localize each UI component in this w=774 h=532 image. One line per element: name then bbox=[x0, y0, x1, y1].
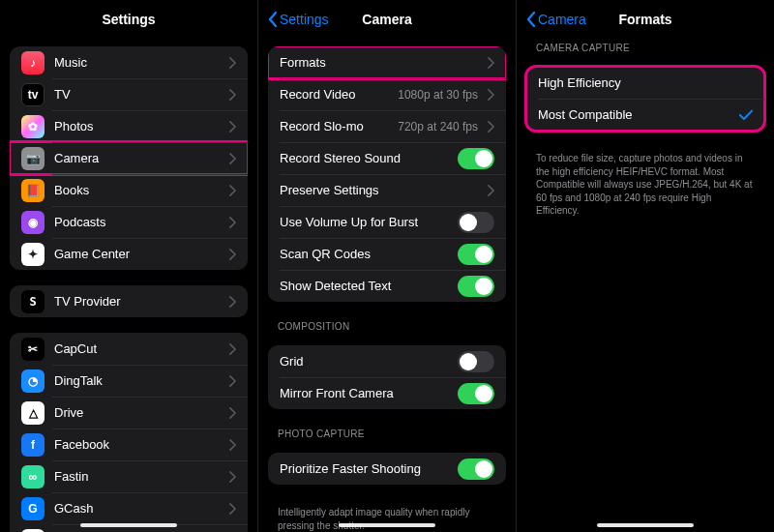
tv-icon: tv bbox=[21, 83, 45, 106]
row-label: Podcasts bbox=[54, 215, 220, 229]
toggle-grid[interactable] bbox=[458, 351, 494, 372]
row-label: Drive bbox=[54, 405, 220, 420]
row-label: Scan QR Codes bbox=[280, 247, 448, 261]
toggle-prioritize-faster-shooting[interactable] bbox=[458, 458, 494, 480]
toggle-use-volume-up-for-burst[interactable] bbox=[458, 212, 494, 233]
row-label: Facebook bbox=[54, 437, 220, 452]
settings-row-music[interactable]: ♪Music bbox=[10, 46, 248, 78]
camera-pane: Settings Camera FormatsRecord Video1080p… bbox=[257, 0, 516, 532]
home-indicator[interactable] bbox=[80, 523, 177, 527]
chevron-right-icon bbox=[488, 57, 494, 69]
fastin-icon: ∞ bbox=[21, 465, 45, 488]
chevron-right-icon bbox=[229, 375, 236, 387]
toggle-mirror-front-camera[interactable] bbox=[458, 383, 494, 404]
settings-row-gcash[interactable]: GGCash bbox=[10, 492, 248, 524]
row-record-stereo-sound[interactable]: Record Stereo Sound bbox=[268, 142, 506, 174]
settings-row-tv-provider[interactable]: STV Provider bbox=[10, 285, 248, 317]
chevron-right-icon bbox=[229, 153, 236, 164]
row-use-volume-up-for-burst[interactable]: Use Volume Up for Burst bbox=[268, 206, 506, 238]
chevron-right-icon bbox=[229, 471, 236, 483]
settings-group: STV Provider bbox=[10, 285, 248, 317]
toggle-show-detected-text[interactable] bbox=[458, 276, 494, 297]
row-label: TV Provider bbox=[54, 294, 220, 309]
back-button[interactable]: Camera bbox=[526, 12, 586, 27]
group-header: Camera Capture bbox=[517, 39, 774, 59]
row-label: Show Detected Text bbox=[280, 279, 448, 293]
settings-row-fastin[interactable]: ∞Fastin bbox=[10, 460, 248, 492]
music-icon: ♪ bbox=[21, 51, 45, 74]
row-label: Record Slo-mo bbox=[280, 119, 388, 133]
settings-group: ♪MusictvTV✿Photos📷Camera📕Books◉Podcasts✦… bbox=[10, 46, 248, 270]
chevron-right-icon bbox=[229, 57, 236, 69]
gmail-icon: M bbox=[21, 529, 45, 533]
row-label: Record Stereo Sound bbox=[280, 151, 448, 165]
tvprovider-icon: S bbox=[21, 290, 45, 313]
row-record-slo-mo[interactable]: Record Slo-mo720p at 240 fps bbox=[268, 110, 506, 142]
podcasts-icon: ◉ bbox=[21, 211, 45, 234]
row-high-efficiency[interactable]: High Efficiency bbox=[526, 67, 764, 99]
navbar-camera: Settings Camera bbox=[258, 0, 516, 39]
chevron-left-icon bbox=[526, 12, 536, 27]
row-show-detected-text[interactable]: Show Detected Text bbox=[268, 270, 506, 302]
formats-pane: Camera Formats Camera CaptureHigh Effici… bbox=[516, 0, 774, 532]
row-mirror-front-camera[interactable]: Mirror Front Camera bbox=[268, 377, 506, 409]
row-label: Fastin bbox=[54, 469, 220, 484]
settings-row-tv[interactable]: tvTV bbox=[10, 78, 248, 110]
settings-row-camera[interactable]: 📷Camera bbox=[10, 142, 248, 174]
page-title: Settings bbox=[102, 12, 155, 27]
row-most-compatible[interactable]: Most Compatible bbox=[526, 99, 764, 131]
row-label: TV bbox=[54, 87, 220, 102]
row-scan-qr-codes[interactable]: Scan QR Codes bbox=[268, 238, 506, 270]
settings-row-books[interactable]: 📕Books bbox=[10, 174, 248, 206]
chevron-right-icon bbox=[229, 503, 236, 515]
back-button[interactable]: Settings bbox=[268, 12, 329, 27]
settings-row-facebook[interactable]: fFacebook bbox=[10, 429, 248, 460]
back-label: Camera bbox=[538, 12, 586, 27]
settings-group: FormatsRecord Video1080p at 30 fpsRecord… bbox=[268, 46, 506, 302]
home-indicator[interactable] bbox=[597, 523, 694, 527]
navbar-settings: Settings bbox=[0, 0, 257, 39]
chevron-right-icon bbox=[229, 249, 236, 260]
row-formats[interactable]: Formats bbox=[268, 46, 506, 78]
group-header: Photo Capture bbox=[258, 425, 516, 445]
group-header: Composition bbox=[258, 317, 516, 338]
chevron-right-icon bbox=[229, 343, 236, 355]
settings-row-photos[interactable]: ✿Photos bbox=[10, 110, 248, 142]
row-prioritize-faster-shooting[interactable]: Prioritize Faster Shooting bbox=[268, 453, 506, 485]
settings-group: ✂CapCut◔DingTalk△DrivefFacebook∞FastinGG… bbox=[10, 333, 248, 532]
books-icon: 📕 bbox=[21, 179, 45, 202]
row-record-video[interactable]: Record Video1080p at 30 fps bbox=[268, 78, 506, 110]
chevron-right-icon bbox=[229, 296, 236, 308]
group-footer: Intelligently adapt image quality when r… bbox=[258, 500, 516, 532]
settings-row-dingtalk[interactable]: ◔DingTalk bbox=[10, 365, 248, 397]
chevron-left-icon bbox=[268, 12, 278, 27]
chevron-right-icon bbox=[488, 89, 494, 101]
home-indicator[interactable] bbox=[339, 523, 435, 527]
row-label: Music bbox=[54, 55, 220, 70]
row-label: DingTalk bbox=[54, 373, 220, 388]
row-label: Books bbox=[54, 183, 220, 197]
row-label: Camera bbox=[54, 151, 220, 165]
row-grid[interactable]: Grid bbox=[268, 345, 506, 377]
toggle-record-stereo-sound[interactable] bbox=[458, 148, 494, 169]
row-detail: 1080p at 30 fps bbox=[398, 88, 478, 102]
navbar-formats: Camera Formats bbox=[517, 0, 774, 39]
group-footer: To reduce file size, capture photos and … bbox=[517, 146, 774, 222]
settings-row-game-center[interactable]: ✦Game Center bbox=[10, 238, 248, 270]
settings-row-podcasts[interactable]: ◉Podcasts bbox=[10, 206, 248, 238]
row-label: Preserve Settings bbox=[280, 183, 478, 197]
row-label: Mirror Front Camera bbox=[280, 386, 448, 400]
row-label: Game Center bbox=[54, 247, 220, 261]
chevron-right-icon bbox=[229, 407, 236, 419]
row-label: High Efficiency bbox=[538, 75, 753, 90]
gcash-icon: G bbox=[21, 497, 45, 520]
row-label: CapCut bbox=[54, 341, 220, 356]
gamecenter-icon: ✦ bbox=[21, 243, 45, 266]
toggle-scan-qr-codes[interactable] bbox=[458, 244, 494, 265]
chevron-right-icon bbox=[229, 185, 236, 196]
page-title: Formats bbox=[618, 12, 671, 27]
row-preserve-settings[interactable]: Preserve Settings bbox=[268, 174, 506, 206]
page-title: Camera bbox=[362, 12, 411, 27]
settings-row-capcut[interactable]: ✂CapCut bbox=[10, 333, 248, 365]
settings-row-drive[interactable]: △Drive bbox=[10, 397, 248, 429]
